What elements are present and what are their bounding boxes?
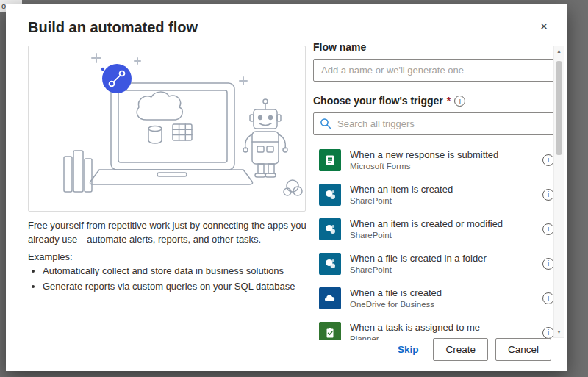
trigger-title: When a new response is submitted — [350, 149, 498, 160]
trigger-item[interactable]: When a new response is submitted Microso… — [313, 143, 557, 177]
dialog-footer: Skip Create Cancel — [398, 338, 551, 361]
example-item: Generate reports via custom queries on y… — [43, 280, 307, 293]
illustration-graphic — [29, 46, 306, 211]
trigger-service: SharePoint — [350, 231, 503, 240]
trigger-item[interactable]: When an item is created SharePoint i — [313, 177, 557, 212]
info-icon[interactable]: i — [542, 258, 554, 270]
trigger-service: OneDrive for Business — [350, 300, 442, 309]
scroll-up-icon[interactable]: ▲ — [554, 46, 564, 57]
trigger-service: Microsoft Forms — [350, 162, 498, 170]
trigger-item[interactable]: When an item is created or modified Shar… — [313, 212, 557, 246]
scrollbar-track[interactable] — [554, 57, 564, 327]
search-icon — [320, 118, 331, 129]
onedrive-icon — [319, 287, 341, 309]
dialog-title: Build an automated flow — [28, 19, 198, 36]
sharepoint-icon — [319, 253, 341, 275]
trigger-item[interactable]: When a file is created in a folder Share… — [313, 246, 557, 281]
sharepoint-icon — [319, 184, 341, 206]
trigger-title: When a file is created — [350, 287, 442, 298]
info-icon[interactable]: i — [542, 154, 554, 166]
skip-button[interactable]: Skip — [398, 344, 419, 355]
example-item: Automatically collect and store data in … — [43, 265, 307, 278]
flow-form: Flow name Choose your flow's trigger * i — [313, 41, 557, 340]
trigger-title: When an item is created or modified — [350, 218, 503, 229]
trigger-list: When a new response is submitted Microso… — [313, 143, 557, 340]
info-icon[interactable]: i — [542, 292, 554, 304]
close-icon[interactable]: × — [534, 16, 554, 37]
scroll-down-icon[interactable]: ▼ — [554, 327, 564, 337]
trigger-title: When a file is created in a folder — [350, 253, 487, 264]
info-icon[interactable]: i — [542, 189, 554, 201]
trigger-label-row: Choose your flow's trigger * i — [313, 95, 557, 107]
screen: oc Build an automated flow × — [0, 0, 588, 377]
trigger-service: SharePoint — [350, 196, 453, 205]
trigger-search — [313, 112, 557, 135]
vertical-scrollbar[interactable]: ▲ ▼ — [553, 46, 564, 338]
microsoft-forms-icon — [319, 149, 341, 171]
trigger-item[interactable]: When a task is assigned to me Planner i — [313, 315, 557, 340]
info-icon[interactable]: i — [454, 96, 465, 107]
flow-name-input[interactable] — [313, 59, 557, 82]
info-icon[interactable]: i — [542, 327, 554, 339]
required-asterisk: * — [447, 95, 451, 107]
info-icon[interactable]: i — [542, 223, 554, 235]
intro-description: Free yourself from repetitive work just … — [28, 219, 307, 247]
search-triggers-input[interactable] — [313, 112, 557, 135]
trigger-title: When a task is assigned to me — [350, 322, 480, 333]
flow-illustration — [28, 46, 306, 212]
planner-icon — [319, 322, 341, 340]
trigger-service: SharePoint — [350, 265, 487, 274]
build-automated-flow-dialog: Build an automated flow × — [6, 4, 567, 371]
sharepoint-icon — [319, 218, 341, 240]
trigger-title: When an item is created — [350, 184, 453, 195]
examples-list: Automatically collect and store data in … — [31, 265, 307, 295]
examples-heading: Examples: — [28, 251, 73, 262]
create-button[interactable]: Create — [433, 338, 488, 361]
trigger-label: Choose your flow's trigger — [313, 95, 443, 107]
scrollbar-thumb[interactable] — [556, 61, 562, 155]
cancel-button[interactable]: Cancel — [495, 338, 551, 361]
trigger-item[interactable]: When a file is created OneDrive for Busi… — [313, 281, 557, 315]
flow-name-label: Flow name — [313, 41, 557, 53]
